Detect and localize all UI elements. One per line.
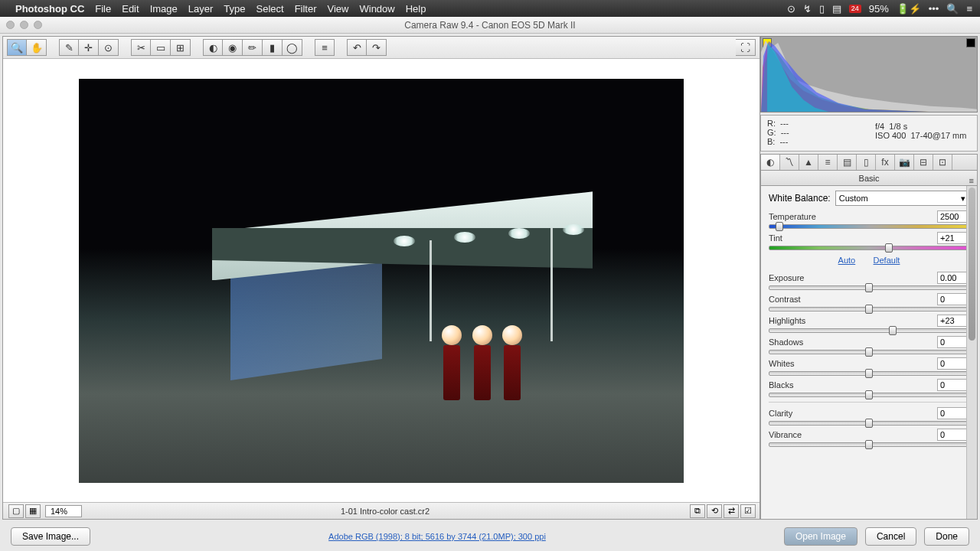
graduated-filter-tool[interactable]: ▮: [263, 39, 283, 56]
app-name[interactable]: Photoshop CC: [15, 3, 84, 15]
cancel-button[interactable]: Cancel: [865, 527, 916, 546]
shadows-value[interactable]: [937, 336, 969, 348]
menu-file[interactable]: File: [95, 3, 111, 15]
vibrance-value[interactable]: [937, 429, 969, 441]
preferences-tool[interactable]: ≡: [315, 39, 335, 56]
image-preview[interactable]: [3, 59, 760, 502]
whites-label: Whites: [769, 359, 795, 368]
toggle-preview-button[interactable]: ☑: [740, 504, 756, 518]
sync-icon[interactable]: ↯: [803, 3, 812, 15]
contrast-slider[interactable]: [769, 307, 969, 311]
menu-edit[interactable]: Edit: [122, 3, 139, 15]
search-icon[interactable]: 🔍: [946, 3, 959, 15]
tab-camera-calibration[interactable]: 📷: [895, 155, 914, 170]
auto-link[interactable]: Auto: [838, 256, 856, 265]
menu-type[interactable]: Type: [224, 3, 245, 15]
save-image-button[interactable]: Save Image...: [11, 527, 90, 546]
tab-hsl[interactable]: ≡: [818, 155, 838, 170]
minimize-window-icon[interactable]: [20, 21, 28, 29]
open-image-button[interactable]: Open Image: [784, 527, 858, 546]
white-balance-tool[interactable]: ✎: [59, 39, 79, 56]
whites-slider[interactable]: [769, 371, 969, 376]
menu-filter[interactable]: Filter: [295, 3, 317, 15]
menu-view[interactable]: View: [328, 3, 349, 15]
done-button[interactable]: Done: [924, 527, 969, 546]
window-titlebar: Camera Raw 9.4 - Canon EOS 5D Mark II: [0, 17, 980, 34]
white-balance-select[interactable]: Custom▾: [835, 191, 969, 206]
clarity-value[interactable]: [937, 407, 969, 419]
radial-filter-tool[interactable]: ◯: [283, 39, 302, 56]
menu-help[interactable]: Help: [406, 3, 426, 15]
crop-tool[interactable]: ✂: [131, 39, 151, 56]
highlights-value[interactable]: [937, 315, 969, 327]
filmstrip-view-button[interactable]: ▦: [25, 504, 41, 518]
red-eye-tool[interactable]: ◉: [223, 39, 243, 56]
rotate-ccw-tool[interactable]: ↶: [347, 39, 367, 56]
blacks-value[interactable]: [937, 379, 969, 391]
color-sampler-tool[interactable]: ✛: [79, 39, 99, 56]
clarity-slider[interactable]: [769, 421, 969, 425]
menu-select[interactable]: Select: [256, 3, 283, 15]
toolbar: 🔍✋✎✛⊙✂▭⊞◐◉✏▮◯≡↶↷ ⛶: [3, 37, 760, 59]
zoom-select[interactable]: 14%: [45, 505, 82, 517]
hand-tool[interactable]: ✋: [27, 39, 47, 56]
blacks-label: Blacks: [769, 380, 793, 390]
filename-label: 1-01 Intro-color cast.cr2: [82, 507, 688, 516]
tab-snapshots[interactable]: ⊡: [933, 155, 952, 170]
zoom-tool[interactable]: 🔍: [7, 39, 27, 56]
single-view-button[interactable]: ▢: [8, 504, 24, 518]
whites-value[interactable]: [937, 357, 969, 370]
before-after-button[interactable]: ⧉: [690, 504, 705, 518]
list-icon[interactable]: ≡: [966, 3, 972, 15]
adjustment-brush-tool[interactable]: ✏: [243, 39, 263, 56]
default-link[interactable]: Default: [874, 256, 900, 265]
panel-icon[interactable]: ▯: [819, 3, 825, 15]
contrast-value[interactable]: [937, 293, 969, 305]
shadows-label: Shadows: [769, 337, 803, 347]
vibrance-slider[interactable]: [769, 442, 969, 447]
cc-status-icon[interactable]: ⊙: [787, 3, 795, 15]
temperature-value[interactable]: [937, 210, 969, 223]
workflow-options-link[interactable]: Adobe RGB (1998); 8 bit; 5616 by 3744 (2…: [98, 532, 776, 541]
exposure-value[interactable]: [937, 272, 969, 284]
tab-split-toning[interactable]: ▤: [838, 155, 857, 170]
transform-tool[interactable]: ⊞: [171, 39, 191, 56]
copy-settings-button[interactable]: ⇄: [724, 504, 739, 518]
menu-image[interactable]: Image: [150, 3, 178, 15]
highlights-slider[interactable]: [769, 328, 969, 333]
close-window-icon[interactable]: [6, 21, 15, 29]
blacks-slider[interactable]: [769, 393, 969, 397]
tint-value[interactable]: [937, 232, 969, 244]
panel-scrollbar[interactable]: [966, 186, 977, 519]
tab-tone-curve[interactable]: 〽: [780, 155, 799, 170]
shadows-slider[interactable]: [769, 350, 969, 354]
rotate-cw-tool[interactable]: ↷: [367, 39, 387, 56]
menu-layer[interactable]: Layer: [188, 3, 214, 15]
panel2-icon[interactable]: ▤: [832, 3, 841, 15]
tab-lens[interactable]: ▯: [857, 155, 876, 170]
spot-removal-tool[interactable]: ◐: [203, 39, 223, 56]
tab-detail[interactable]: ▲: [799, 155, 818, 170]
tint-label: Tint: [769, 233, 782, 243]
maximize-window-icon[interactable]: [34, 21, 42, 29]
exposure-slider[interactable]: [769, 285, 969, 290]
toggle-fullscreen-button[interactable]: ⛶: [736, 39, 756, 56]
straighten-tool[interactable]: ▭: [151, 39, 171, 56]
vibrance-label: Vibrance: [769, 430, 802, 439]
info-g: ---: [781, 128, 789, 137]
tab-presets[interactable]: ⊟: [914, 155, 933, 170]
temperature-slider[interactable]: [769, 224, 969, 229]
tab-basic[interactable]: ◐: [761, 155, 780, 170]
contrast-label: Contrast: [769, 295, 801, 304]
targeted-adjustment-tool[interactable]: ⊙: [99, 39, 119, 56]
info-b: ---: [779, 137, 788, 146]
overflow-icon[interactable]: •••: [929, 3, 939, 15]
info-aperture: f/4: [875, 122, 884, 131]
preview-image: [79, 79, 684, 483]
tab-effects[interactable]: fx: [876, 155, 895, 170]
calendar-icon[interactable]: 24: [849, 5, 861, 13]
histogram[interactable]: [760, 36, 978, 112]
menu-window[interactable]: Window: [359, 3, 394, 15]
swap-before-after-button[interactable]: ⟲: [707, 504, 722, 518]
tint-slider[interactable]: [769, 246, 969, 250]
